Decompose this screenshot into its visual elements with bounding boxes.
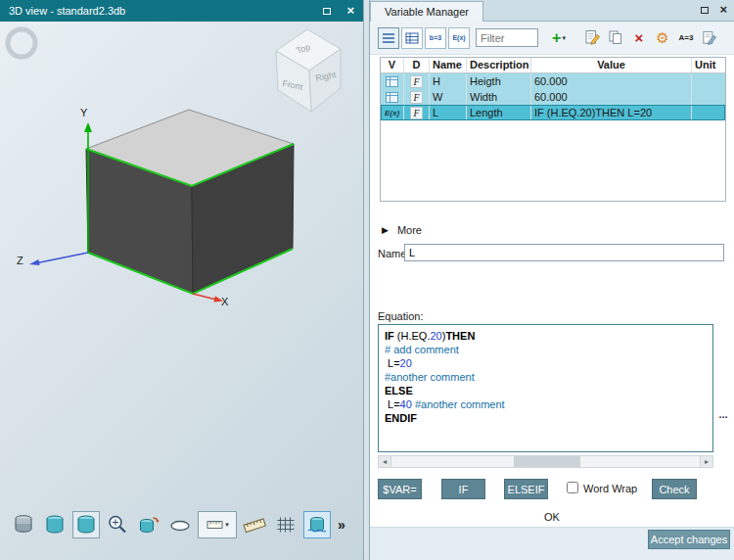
rename-variable-button[interactable]: A=3 bbox=[675, 27, 697, 49]
cylinder-icon[interactable] bbox=[41, 511, 69, 538]
maximize-icon[interactable] bbox=[701, 7, 709, 14]
view-cube[interactable]: Top Front Right bbox=[276, 29, 341, 112]
variable-toolbar: b=3 E(x) + ▾ × ⚙ A=3 bbox=[370, 22, 734, 55]
eq-text: L= bbox=[385, 398, 400, 410]
expression-view-label: E(x) bbox=[452, 34, 465, 41]
equation-line: L=40 #another comment bbox=[385, 397, 707, 411]
cell-value: 60.000 bbox=[531, 73, 692, 89]
cell-name: H bbox=[430, 73, 467, 89]
equation-label: Equation: bbox=[378, 310, 423, 322]
maximize-icon[interactable] bbox=[323, 8, 331, 15]
grid-icon bbox=[386, 76, 398, 87]
application-window: 3D view - standard2.3db × Top Front Righ… bbox=[0, 0, 734, 560]
table-header-row: V D Name Description Value Unit bbox=[381, 58, 725, 73]
x-axis-label: X bbox=[221, 296, 229, 307]
edit-equation-button[interactable] bbox=[699, 27, 720, 49]
add-variable-button[interactable]: + ▾ bbox=[544, 27, 573, 49]
window-controls: × bbox=[701, 5, 727, 15]
eq-keyword: ELSE bbox=[385, 385, 413, 397]
dropdown-caret-icon[interactable]: ▾ bbox=[225, 521, 229, 529]
eq-comment: # add comment bbox=[385, 344, 459, 355]
cell-v: E(x) bbox=[381, 105, 404, 120]
close-icon[interactable]: × bbox=[346, 6, 354, 16]
3d-viewport[interactable]: Top Front Right bbox=[0, 22, 363, 560]
cylinder-pressed-button[interactable] bbox=[72, 511, 100, 538]
column-header-description[interactable]: Description bbox=[467, 58, 531, 72]
3d-view-panel: 3D view - standard2.3db × Top Front Righ… bbox=[0, 0, 364, 560]
check-button[interactable]: Check bbox=[652, 479, 697, 499]
equation-line: ENDIF bbox=[385, 411, 707, 425]
ok-button[interactable]: OK bbox=[370, 511, 734, 523]
scroll-left-arrow[interactable]: ◂ bbox=[379, 456, 391, 467]
eq-text: (H.EQ. bbox=[394, 330, 431, 342]
measure-tool-button[interactable]: ▾ bbox=[198, 511, 237, 538]
equation-line: ELSE bbox=[385, 384, 707, 397]
insert-var-button[interactable]: $VAR= bbox=[378, 479, 422, 499]
close-icon[interactable]: × bbox=[719, 5, 727, 15]
ellipse-sketch-icon[interactable] bbox=[166, 511, 194, 538]
formula-flag: F bbox=[410, 75, 422, 88]
cell-name: L bbox=[430, 105, 467, 120]
view-toolbar: ▾ » bbox=[10, 511, 348, 538]
name-input[interactable] bbox=[404, 244, 724, 261]
scrollbar-thumb[interactable] bbox=[514, 456, 580, 467]
word-wrap-label: Word Wrap bbox=[583, 483, 637, 494]
table-row-selected[interactable]: E(x) F L Length IF (H.EQ.20)THEN L=20 bbox=[381, 105, 725, 120]
equation-more-button[interactable]: ... bbox=[714, 408, 732, 424]
settings-button[interactable]: ⚙ bbox=[652, 27, 673, 49]
z-axis bbox=[35, 253, 88, 263]
eq-comment: #another comment bbox=[385, 371, 475, 383]
scroll-right-arrow[interactable]: ▸ bbox=[700, 456, 712, 467]
edit-variable-button[interactable] bbox=[581, 27, 603, 49]
cylinder-rotate-icon[interactable] bbox=[135, 511, 162, 538]
ruler-icon[interactable] bbox=[241, 511, 268, 538]
formula-view-button[interactable]: b=3 bbox=[425, 27, 446, 49]
3d-view-title: 3D view - standard2.3db bbox=[9, 5, 125, 17]
column-header-name[interactable]: Name bbox=[430, 58, 467, 72]
model-cube[interactable] bbox=[86, 110, 294, 294]
column-header-unit[interactable]: Unit bbox=[692, 58, 725, 72]
toolbar-overflow-button[interactable]: » bbox=[335, 517, 348, 533]
equation-line: # add comment bbox=[385, 343, 707, 356]
z-axis-label: Z bbox=[17, 255, 23, 266]
equation-editor[interactable]: IF (H.EQ.20)THEN # add comment L=20 #ano… bbox=[378, 324, 713, 452]
3d-scene[interactable]: Top Front Right bbox=[0, 22, 364, 560]
expression-view-button[interactable]: E(x) bbox=[448, 27, 470, 49]
eq-number: 40 bbox=[400, 398, 412, 410]
insert-if-button[interactable]: IF bbox=[441, 479, 485, 499]
list-view-button[interactable] bbox=[378, 27, 399, 49]
accept-changes-button[interactable]: Accept changes bbox=[648, 530, 730, 549]
detail-view-button[interactable] bbox=[401, 27, 423, 49]
more-expander[interactable]: ▶ More bbox=[382, 224, 422, 236]
column-header-value[interactable]: Value bbox=[531, 58, 692, 72]
insert-elseif-button[interactable]: ELSEIF bbox=[504, 479, 548, 499]
copy-variable-button[interactable] bbox=[605, 27, 626, 49]
cell-d: F bbox=[404, 89, 430, 105]
cylinder-liquid-icon[interactable] bbox=[303, 511, 331, 538]
eq-number: 20 bbox=[400, 357, 412, 369]
rename-icon-label: A=3 bbox=[679, 33, 694, 42]
mesh-grid-icon[interactable] bbox=[272, 511, 299, 538]
tab-variable-manager[interactable]: Variable Manager bbox=[370, 1, 483, 22]
cell-description: Length bbox=[467, 105, 531, 120]
table-row[interactable]: F W Width 60.000 bbox=[381, 89, 725, 105]
column-header-d[interactable]: D bbox=[404, 58, 430, 72]
more-label: More bbox=[397, 224, 422, 236]
formula-flag: F bbox=[410, 107, 422, 119]
database-stack-icon[interactable] bbox=[10, 511, 37, 538]
zoom-icon[interactable] bbox=[104, 511, 131, 538]
delete-variable-button[interactable]: × bbox=[628, 27, 650, 49]
y-axis-arrowhead bbox=[84, 122, 92, 132]
filter-input[interactable] bbox=[476, 28, 538, 47]
column-header-v[interactable]: V bbox=[381, 58, 404, 72]
word-wrap-checkbox[interactable] bbox=[567, 482, 578, 493]
x-axis bbox=[193, 294, 216, 300]
formula-flag: F bbox=[410, 91, 422, 104]
table-row[interactable]: F H Heigth 60.000 bbox=[381, 73, 725, 89]
cell-value: IF (H.EQ.20)THEN L=20 bbox=[531, 105, 692, 120]
expander-triangle-icon: ▶ bbox=[382, 225, 389, 235]
orbit-widget-icon[interactable] bbox=[8, 29, 35, 57]
tab-label: Variable Manager bbox=[385, 6, 469, 18]
horizontal-scrollbar[interactable]: ◂ ▸ bbox=[378, 455, 713, 468]
cell-description: Width bbox=[467, 89, 531, 105]
